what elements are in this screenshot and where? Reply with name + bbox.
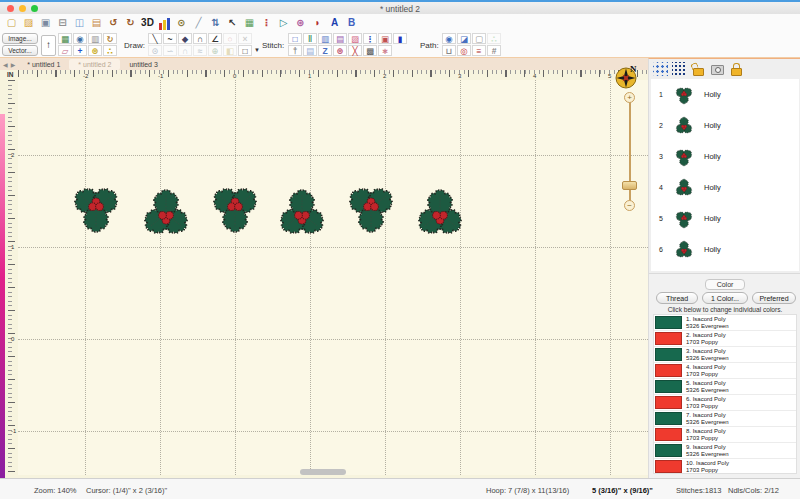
open-folder-icon[interactable]: ▨: [21, 16, 36, 30]
holly-design-object[interactable]: [66, 177, 126, 239]
display-settings-icon[interactable]: ▥: [88, 33, 102, 44]
fit-vertical-icon[interactable]: ⇅: [208, 16, 223, 30]
thread-swatch[interactable]: [655, 348, 682, 361]
bead-run-icon[interactable]: ⋮: [363, 33, 377, 44]
new-document-icon[interactable]: ▢: [4, 16, 19, 30]
next-tab-icon[interactable]: ▶: [11, 61, 16, 68]
holly-design-object[interactable]: [136, 183, 196, 245]
center-move-icon[interactable]: +: [73, 45, 87, 56]
applique-stitch-icon[interactable]: ▣: [378, 33, 392, 44]
rotate-45-icon[interactable]: ↻: [103, 33, 117, 44]
column-stitch-icon[interactable]: ▥: [318, 33, 332, 44]
curve-tool-icon[interactable]: ~: [163, 33, 177, 44]
color-chart-icon[interactable]: [157, 16, 172, 30]
thread-button[interactable]: Thread: [656, 292, 698, 304]
tab-untitled-2[interactable]: * untitled 2: [69, 59, 120, 70]
thread-swatch[interactable]: [655, 428, 682, 441]
object-row[interactable]: 4Holly: [651, 172, 799, 203]
copy-icon[interactable]: ◫: [72, 16, 87, 30]
rectangle-tool-dropdown-icon[interactable]: ▼: [253, 45, 261, 56]
holly-design-object[interactable]: [410, 183, 470, 245]
picture-view-icon[interactable]: ▦: [58, 33, 72, 44]
outline-stitch-icon[interactable]: □: [288, 33, 302, 44]
holly-design-object[interactable]: [205, 177, 265, 239]
preferred-button[interactable]: Preferred: [752, 292, 796, 304]
unlock-icon[interactable]: [691, 62, 706, 76]
checker-fill-icon[interactable]: ▩: [363, 45, 377, 56]
pattern-fill-icon[interactable]: ▨: [348, 33, 362, 44]
holly-design-object[interactable]: [272, 183, 332, 245]
motif-red-fill-icon[interactable]: ⊛: [333, 45, 347, 56]
pattern-cluster-icon[interactable]: ⊛: [293, 16, 308, 30]
thread-swatch[interactable]: [655, 364, 682, 377]
zoom-out-button[interactable]: −: [624, 200, 635, 211]
lock-icon[interactable]: [729, 62, 744, 76]
thread-row[interactable]: 8. Isacord Poly1703 Poppy: [654, 427, 796, 443]
color-swap-icon[interactable]: ◗: [310, 16, 325, 30]
rotate-right-icon[interactable]: ↻: [123, 16, 138, 30]
tab-untitled-3[interactable]: untitled 3: [120, 59, 166, 70]
image-frame-icon[interactable]: ▦: [242, 16, 257, 30]
rectangle-tool-icon[interactable]: □: [238, 45, 252, 56]
thread-swatch[interactable]: [655, 460, 682, 473]
vector-button[interactable]: Vector...: [2, 45, 38, 56]
thread-row[interactable]: 1. Isacord Poly5326 Evergreen: [654, 315, 796, 331]
carousel-dots-icon[interactable]: ∴: [103, 45, 117, 56]
tab-untitled-1[interactable]: * untitled 1: [18, 59, 69, 70]
thread-row[interactable]: 2. Isacord Poly1703 Poppy: [654, 331, 796, 347]
thread-row[interactable]: 5. Isacord Poly5326 Evergreen: [654, 379, 796, 395]
zigzag-fill-icon[interactable]: Z: [318, 45, 332, 56]
zoom-slider-handle[interactable]: [622, 181, 637, 190]
window-panel-icon[interactable]: ▢: [472, 33, 486, 44]
thread-swatch[interactable]: [655, 380, 682, 393]
measure-ruler-icon[interactable]: ╱: [191, 16, 206, 30]
merge-file-button[interactable]: ↑: [41, 35, 56, 56]
object-row[interactable]: 3Holly: [651, 141, 799, 172]
arc-tool-icon[interactable]: ∩: [193, 33, 207, 44]
paste-icon[interactable]: ▤: [89, 16, 104, 30]
spread-objects-icon[interactable]: [653, 62, 668, 76]
run-stitch-icon[interactable]: ‖: [303, 33, 317, 44]
prev-tab-icon[interactable]: ◀: [3, 61, 8, 68]
lettering-icon[interactable]: A: [327, 16, 342, 30]
weld-paths-icon[interactable]: ⊔: [442, 45, 456, 56]
globe-view-icon[interactable]: ◉: [442, 33, 456, 44]
rotate-left-icon[interactable]: ↺: [106, 16, 121, 30]
line-tool-icon[interactable]: ╲: [148, 33, 162, 44]
carousel-flower-icon[interactable]: ⊛: [88, 45, 102, 56]
design-pointer-icon[interactable]: ▷: [276, 16, 291, 30]
select-cursor-icon[interactable]: ↖: [225, 16, 240, 30]
thread-row[interactable]: 6. Isacord Poly1703 Poppy: [654, 395, 796, 411]
thread-row[interactable]: 4. Isacord Poly1703 Poppy: [654, 363, 796, 379]
print-icon[interactable]: ⊟: [55, 16, 70, 30]
stitch-order-icon[interactable]: #: [487, 45, 501, 56]
satin-column-icon[interactable]: ▮: [393, 33, 407, 44]
stitch-dots-icon[interactable]: [672, 62, 687, 76]
zoom-in-button[interactable]: +: [624, 92, 635, 103]
h-scrollbar-thumb[interactable]: [300, 469, 346, 475]
three-d-view-icon[interactable]: 3D: [140, 16, 155, 30]
object-row[interactable]: 1Holly: [651, 79, 799, 110]
snapshot-camera-icon[interactable]: [710, 62, 725, 76]
snowflake-motif-icon[interactable]: ∗: [378, 45, 392, 56]
color-layers-icon[interactable]: ≡: [472, 45, 486, 56]
thread-row[interactable]: 7. Isacord Poly5326 Evergreen: [654, 411, 796, 427]
angle-tool-icon[interactable]: ∠: [208, 33, 222, 44]
save-icon[interactable]: ▣: [38, 16, 53, 30]
object-row[interactable]: 6Holly: [651, 234, 799, 265]
export-stitches-icon[interactable]: ◪: [457, 33, 471, 44]
design-canvas[interactable]: [18, 80, 648, 475]
cross-stitch-icon[interactable]: ╳: [348, 45, 362, 56]
thread-swatch[interactable]: [655, 396, 682, 409]
thread-row[interactable]: 3. Isacord Poly5326 Evergreen: [654, 347, 796, 363]
one-color-button[interactable]: 1 Color...: [702, 292, 748, 304]
motif-column-icon[interactable]: ▤: [333, 33, 347, 44]
thread-row[interactable]: 10. Isacord Poly1703 Poppy: [654, 459, 796, 474]
show-hide-eye-icon[interactable]: ◉: [73, 33, 87, 44]
monogram-icon[interactable]: B: [344, 16, 359, 30]
holly-design-object[interactable]: [341, 177, 401, 239]
thread-swatch[interactable]: [655, 412, 682, 425]
object-row[interactable]: 2Holly: [651, 110, 799, 141]
thread-swatch[interactable]: [655, 316, 682, 329]
light-fill-icon[interactable]: ▤: [303, 45, 317, 56]
